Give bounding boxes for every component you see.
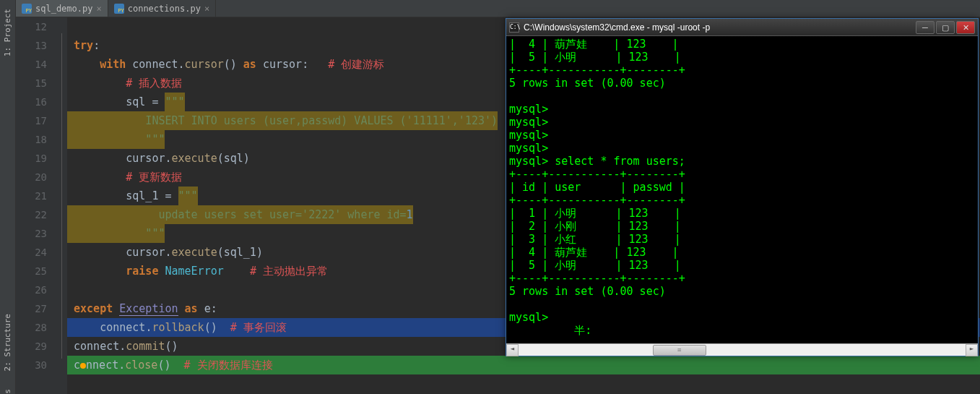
python-file-icon (22, 4, 32, 14)
left-toolwindow-bar[interactable]: 1: Project 2: Structure avorites (0, 0, 16, 394)
warning-dot-icon (80, 363, 86, 369)
cmd-app-icon: C:\ (509, 22, 519, 33)
line-number: 21 (16, 187, 56, 205)
tab-label: sql_demo.py (35, 4, 92, 14)
line-number: 23 (16, 224, 56, 243)
line-number: 12 (16, 17, 56, 36)
scroll-thumb[interactable] (653, 345, 706, 356)
favorites-tool-label[interactable]: avorites (0, 383, 15, 394)
line-number: 28 (16, 318, 56, 337)
structure-tool-label[interactable]: 2: Structure (0, 308, 15, 377)
line-number: 20 (16, 168, 56, 187)
line-number: 25 (16, 262, 56, 280)
line-number: 22 (16, 205, 56, 224)
close-icon[interactable]: × (204, 4, 209, 14)
line-number: 16 (16, 93, 56, 111)
editor-gutter[interactable]: 12 13 14 15 16 17 18 19 20 21 22 23 24 2… (16, 17, 56, 394)
tab-label: connections.py (128, 4, 201, 14)
scroll-left-button[interactable]: ◄ (506, 344, 519, 356)
horizontal-scrollbar[interactable]: ◄ ► (506, 343, 978, 356)
cmd-output[interactable]: | 4 | 葫芦娃 | 123 | | 5 | 小明 | 123 | +----… (506, 36, 978, 343)
cmd-titlebar[interactable]: C:\ C:\Windows\system32\cmd.exe - mysql … (506, 19, 978, 36)
close-icon[interactable]: × (96, 4, 101, 14)
fold-gutter[interactable] (56, 17, 67, 394)
cmd-window-title: C:\Windows\system32\cmd.exe - mysql -uro… (524, 22, 911, 33)
line-number: 14 (16, 55, 56, 74)
minimize-button[interactable]: ─ (916, 21, 935, 34)
line-number: 15 (16, 74, 56, 93)
editor-tab-bar: sql_demo.py × connections.py × (16, 0, 980, 17)
line-number: 17 (16, 111, 56, 130)
code-line: cnnect.close() # 关闭数据库连接 (67, 356, 980, 374)
python-file-icon (114, 4, 124, 14)
line-number: 24 (16, 243, 56, 262)
project-tool-label[interactable]: 1: Project (0, 3, 15, 62)
scroll-track[interactable] (519, 344, 966, 356)
line-number: 19 (16, 149, 56, 168)
scroll-right-button[interactable]: ► (966, 344, 978, 356)
maximize-button[interactable]: ▢ (936, 21, 955, 34)
line-number: 30 (16, 356, 56, 374)
line-number: 29 (16, 337, 56, 356)
line-number: 18 (16, 130, 56, 149)
line-number: 27 (16, 299, 56, 318)
tab-sql-demo[interactable]: sql_demo.py × (16, 0, 108, 17)
line-number: 26 (16, 280, 56, 299)
close-button[interactable]: ✕ (956, 21, 975, 34)
tab-connections[interactable]: connections.py × (108, 0, 216, 17)
cmd-terminal-window[interactable]: C:\ C:\Windows\system32\cmd.exe - mysql … (506, 18, 979, 356)
line-number: 13 (16, 36, 56, 55)
